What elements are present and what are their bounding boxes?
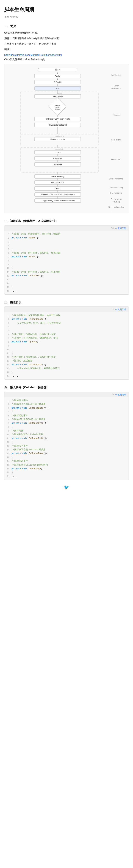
svg-text:OnGUI: OnGUI (55, 188, 60, 190)
code-line: 6 //游戏一启动，执行事件，执行时机：物体创建、 (4, 251, 129, 255)
svg-text:OnMouse_ events: OnMouse_ events (50, 138, 65, 140)
code-line: 13 (4, 278, 129, 282)
bird-icon: 🐦 (4, 484, 129, 491)
section3-title: 三、物理阶段 (4, 300, 129, 305)
code-line: 9 (4, 344, 129, 348)
svg-text:Editor: Editor (114, 85, 119, 87)
code-line: 21 .... (4, 474, 129, 478)
intro-p5: C#cs类文件继承：MonoBehaviour类 (4, 57, 129, 62)
copy-btn-phase2[interactable]: ⧉ 复制代码 (115, 226, 126, 230)
section4-title: 四、输入事件（Collider：触碰器） (4, 385, 129, 390)
code-line: 6 //鼠标经过当前Collider时调用 (4, 418, 129, 422)
code-line: 5 } (4, 247, 129, 251)
code-line: 5 //鼠标经过事件 (4, 414, 129, 418)
code-line: 18 //鼠标在当前Collider抬起时调用 (4, 463, 129, 467)
svg-text:physics: physics (55, 106, 60, 108)
code-line: 15 //Update执行完毕之后，紧接着执行该方 (4, 367, 129, 370)
svg-text:Input events: Input events (55, 135, 64, 137)
code-lines-phase2: 1 //游戏一启动，触发的事件，执行时机：物体创 2 private void … (4, 231, 129, 294)
code-header-phase4: C# ⧉ 复制代码 (4, 392, 129, 397)
code-lines-phase4: 1 //鼠标移入事件 2 //鼠标移入当前Collider时调用 3 priva… (4, 397, 129, 480)
intro-p4: 链接： (4, 47, 129, 52)
code-header-phase3: C# ⧉ 复制代码 (4, 307, 129, 312)
code-line: 1 //鼠标移入事件 (4, 399, 129, 402)
code-line: 12 //执行时机：渲染帧执行，执行时间不固定 (4, 355, 129, 359)
svg-text:End of frame: End of frame (111, 198, 122, 200)
code-line: 13 //适用性：延迟更新 (4, 359, 129, 363)
page-title: 脚本生命周期 (4, 5, 129, 14)
section2-title: 二、初始阶段（物体禁用，不会调用方法） (4, 219, 129, 223)
section-intro-title: 一、简介 (4, 24, 129, 29)
code-line: 16 } (4, 371, 129, 374)
author-name: 杨海 (4, 15, 9, 19)
code-lang-phase4: C# (111, 393, 114, 397)
copy-btn-phase3[interactable]: ⧉ 复制代码 (115, 308, 126, 311)
author-line: 杨海 Unity3D (4, 15, 129, 19)
intro-p2: 消息：当满足某种条件时Unity引擎自动调用的函数 (4, 36, 129, 40)
code-line: 3 (4, 240, 129, 244)
code-line: 13 //鼠标按下事件 (4, 444, 129, 448)
code-header-phase2: C# ⧉ 复制代码 (4, 225, 129, 231)
lifecycle-diagram: Initialization Editor Initialization Phy… (4, 64, 129, 213)
copy-btn-phase4[interactable]: ⧉ 复制代码 (115, 393, 126, 397)
code-line: 4 } (4, 410, 129, 414)
platform-tag: Unity3D (10, 15, 19, 19)
svg-text:update: update (55, 109, 60, 111)
code-line: 2 private void FixedUpdate(){ (4, 317, 129, 321)
svg-text:GUI rendering: GUI rendering (110, 192, 122, 194)
code-line: 9 //鼠标离开 (4, 429, 129, 433)
code-line: 17 ...... (4, 374, 129, 378)
code-line: 3 //显示刷新率、移动、旋转，不会受到渲染 (4, 321, 129, 325)
svg-text:OnEnable: OnEnable (54, 81, 62, 83)
svg-text:OnApplicationQuit / OnDisable : OnApplicationQuit / OnDisable / OnDestro… (41, 199, 75, 202)
code-line: 10 //鼠标到当前Collider时调用 (4, 433, 129, 436)
intro-content: Unity脚本从唤醒到销毁的过程。 消息：当满足某种条件时Unity引擎自动调用… (4, 31, 129, 62)
svg-marker-16 (57, 73, 58, 74)
svg-text:Coroutines: Coroutines (53, 157, 62, 159)
code-lines-phase3: 1 //脚本启用后，固定时间段调用，适用于对游戏 2 private void … (4, 312, 129, 380)
code-line: 15 } (4, 285, 129, 289)
svg-text:Scene rendering: Scene rendering (51, 176, 64, 178)
code-line: 8 (4, 259, 129, 263)
code-line: 5 (4, 329, 129, 333)
svg-text:OnControllerColliderHit: OnControllerColliderHit (49, 124, 67, 126)
svg-text:Scene rendering: Scene rendering (109, 178, 124, 180)
code-line: 6 //执行时机：渲染帧执行，执行时间不固定 (4, 333, 129, 336)
svg-text:Input events: Input events (111, 139, 122, 141)
svg-text:LateUpdate: LateUpdate (53, 163, 62, 165)
copy-label-phase3: 复制代码 (117, 308, 126, 311)
code-line: 17 //鼠标抬起事件 (4, 459, 129, 463)
svg-text:Reset: Reset (55, 69, 60, 71)
code-line: 16 .... (4, 289, 129, 293)
code-line: 11 private void OnMouseExit(){ (4, 437, 129, 440)
code-line: 11 //游戏一启动，执行事件，执行时机：脚本对象 (4, 270, 129, 274)
svg-text:Update: Update (55, 151, 61, 153)
code-line: 14 //鼠标按下当前Collider时调用 (4, 448, 129, 452)
code-line: 10 (4, 348, 129, 351)
svg-text:OnTrigger / OnCollision events: OnTrigger / OnCollision events (46, 118, 70, 120)
intro-link[interactable]: http://docs.unity3d.com/Manual/Execution… (4, 54, 62, 56)
code-line: 2 private void Awake(){ (4, 236, 129, 240)
svg-text:Initialization: Initialization (111, 74, 121, 76)
code-line: 1 //游戏一启动，触发的事件，执行时机：物体创 (4, 232, 129, 236)
copy-label-phase4: 复制代码 (117, 393, 126, 397)
code-lang-phase3: C# (111, 308, 114, 311)
code-line: 8 } (4, 425, 129, 429)
svg-text:Pausing: Pausing (113, 201, 120, 203)
intro-p1: Unity脚本从唤醒到销毁的过程。 (4, 31, 129, 35)
code-line: 16 } (4, 456, 129, 459)
code-line: 14 (4, 282, 129, 285)
code-line: 7 private void OnMouseOver(){ (4, 422, 129, 425)
svg-text:WaitForEndOfFrame / OnApplicat: WaitForEndOfFrame / OnApplicationPause (41, 194, 75, 195)
copy-icon-phase2: ⧉ (115, 226, 117, 230)
code-line: 14 private void LateUpdate(){ (4, 363, 129, 367)
code-line: 20 } (4, 471, 129, 474)
code-line: 19 private void OnMouseUp(){ (4, 467, 129, 471)
svg-text:Physics: Physics (57, 93, 62, 94)
svg-text:OnDrawGizmos: OnDrawGizmos (51, 182, 64, 184)
code-line: 12 } (4, 440, 129, 444)
code-line: 3 private void OnMouseEnter(){ (4, 406, 129, 410)
code-line: 4 (4, 244, 129, 247)
svg-text:Gizmo rendering: Gizmo rendering (109, 187, 123, 189)
svg-marker-24 (57, 86, 58, 87)
